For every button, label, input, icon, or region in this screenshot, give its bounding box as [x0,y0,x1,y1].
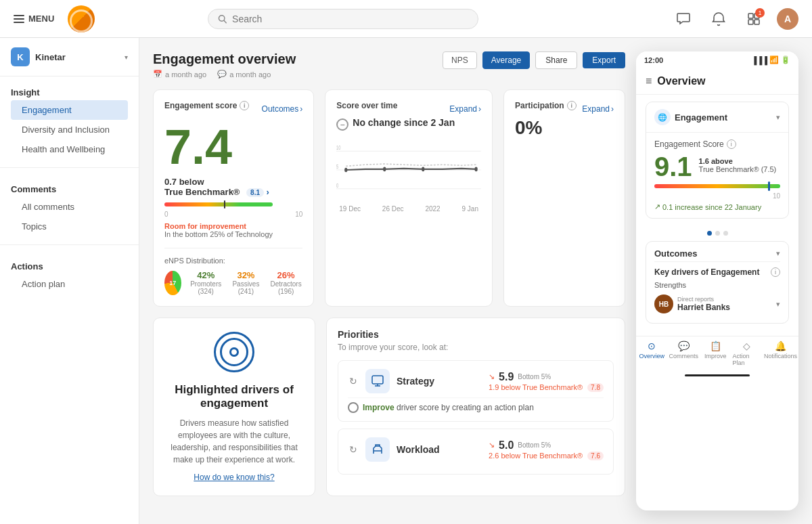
search-bar[interactable] [208,9,478,29]
signal-icon: ▐▐▐ [752,56,767,64]
benchmark-badge: 8.1 [246,188,264,197]
share-button[interactable]: Share [535,51,577,69]
workload-benchmark: 2.6 below True Benchmark® 7.6 [489,452,604,460]
sidebar-item-health[interactable]: Health and Wellbeing [11,139,128,159]
sidebar-section-comments: Comments All comments Topics [0,173,139,239]
export-button[interactable]: Export [583,52,625,68]
mobile-above-text: 1.6 above [699,157,777,165]
mobile-outcomes-header[interactable]: Outcomes ▾ [654,248,780,259]
score-over-time-card: Score over time Expand › – No change sin… [325,89,493,307]
drivers-link[interactable]: How do we know this? [194,473,274,482]
mobile-menu-icon[interactable]: ≡ [646,75,652,87]
top-navigation: MENU 1 A [0,0,812,38]
strategy-benchmark: 1.9 below True Benchmark® 7.8 [489,383,604,392]
sidebar-item-action-plan[interactable]: Action plan [11,274,128,294]
outcomes-link[interactable]: Outcomes › [262,104,303,114]
apps-button[interactable]: 1 [742,7,766,31]
engagement-score-info-icon[interactable]: i [240,101,249,110]
chat-button[interactable] [671,7,696,31]
strategy-action: Improve driver score by creating an acti… [348,397,604,413]
sidebar-item-topics[interactable]: Topics [11,217,128,236]
nps-toggle-button[interactable]: NPS [443,51,477,69]
minus-badge: – [336,118,348,131]
driver-name: Harriet Banks [677,303,730,312]
mobile-nav-overview[interactable]: ⊙ Overview [636,336,667,372]
comment-icon: 💬 a month ago [217,70,271,79]
sidebar-item-all-comments[interactable]: All comments [11,197,128,217]
mobile-driver-row: HB Direct reports Harriet Banks ▾ [654,292,780,316]
mobile-key-drivers-info[interactable]: i [771,267,780,277]
svg-point-14 [422,167,424,172]
action-circle-icon [348,402,359,413]
driver-avatar: HB [654,294,673,313]
enps-title: eNPS Distribution: [164,257,302,265]
svg-point-15 [475,167,478,172]
sidebar-item-engagement[interactable]: Engagement [11,100,128,120]
drivers-title: Highlighted drivers of engagement [167,383,301,410]
sidebar-item-diversity[interactable]: Diversity and Inclusion [11,120,128,139]
section-title-actions: Actions [11,261,128,271]
workload-trend-icon: ↘ [489,441,495,450]
score-time-expand[interactable]: Expand › [449,104,481,114]
workload-bench-badge: 7.6 [587,452,604,460]
score-line-chart: 10 5 0 [336,136,481,204]
improve-nav-icon: 📋 [710,341,721,351]
priority-item-strategy: ↻ Strategy ↘ [338,360,614,422]
engagement-score-card: Engagement score i Outcomes › 7.4 0.7 be… [153,89,314,307]
workload-score: 5.0 [499,439,514,452]
mobile-bar-marker [768,181,770,191]
mobile-outcomes-section: Outcomes ▾ Key drivers of Engagement i S… [646,241,789,324]
search-input[interactable] [232,14,468,24]
participation-title: Participation i [515,101,577,110]
drivers-section: Highlighted drivers of engagement Driver… [153,318,625,496]
drivers-left-panel: Highlighted drivers of engagement Driver… [153,318,315,496]
page-header: Engagement overview 📅 a month ago 💬 a mo… [153,51,625,79]
app-logo [68,5,95,32]
driver-info: Direct reports Harriet Banks [677,296,730,312]
nav-icons: 1 A [671,7,798,31]
priority-refresh-icon[interactable]: ↻ [348,376,359,387]
mobile-nav-improve[interactable]: 📋 Improve [700,336,731,372]
mobile-nav-action-plan[interactable]: ◇ Action Plan [731,336,762,372]
participation-expand[interactable]: Expand › [582,104,614,114]
priority-item-workload: ↻ Workload ↘ [338,429,614,475]
mobile-score-info-icon[interactable]: i [727,139,736,149]
org-selector[interactable]: K Kinetar ▾ [0,38,139,77]
calendar-icon: 📅 a month ago [153,70,206,79]
workload-bottom-pct: Bottom 5% [518,441,551,449]
org-avatar: K [11,47,30,66]
workload-refresh-icon[interactable]: ↻ [348,444,359,455]
mobile-key-drivers-label: Key drivers of Engagement [654,267,759,277]
mobile-nav-notifications[interactable]: 🔔 Notifications [763,336,798,372]
menu-label: MENU [28,14,54,24]
notifications-nav-icon: 🔔 [775,341,786,351]
enps-stats: 17 42% Promoters (324) 32% Passives (241… [164,270,302,295]
chart-x-labels: 19 Dec 26 Dec 2022 9 Jan [336,205,481,213]
bell-icon [712,12,725,26]
workload-name: Workload [397,444,482,455]
strategy-score: 5.9 [499,371,514,383]
user-avatar[interactable]: A [777,8,798,30]
mobile-body: 🌐 Engagement ▾ Engagement Score i 9.1 1.… [636,95,798,336]
participation-info-icon[interactable]: i [567,101,577,110]
mobile-engagement-section: 🌐 Engagement ▾ Engagement Score i 9.1 1.… [646,102,789,219]
driver-chevron[interactable]: ▾ [776,300,780,309]
mobile-nav-comments[interactable]: 💬 Comments [667,336,700,372]
strategy-icon [365,369,390,393]
enps-passives: 32% Passives (241) [231,270,261,295]
benchmark-link-icon[interactable]: › [267,187,269,197]
enps-promoters: 42% Promoters (324) [189,270,223,295]
mobile-benchmark-label: True Benchmark® (7.5) [699,165,777,173]
no-change-indicator: – No change since 2 Jan [336,117,481,131]
strategy-trend-icon: ↘ [489,372,495,381]
mobile-engagement-header[interactable]: 🌐 Engagement ▾ [646,102,788,132]
menu-button[interactable]: MENU [14,14,54,24]
enps-circle: 17 [164,271,181,295]
notifications-button[interactable] [706,7,731,31]
average-toggle-button[interactable]: Average [482,51,530,69]
score-bar-marker [224,200,225,209]
svg-text:10: 10 [336,144,340,152]
score-bar [164,202,273,206]
sidebar-section-insight: Insight Engagement Diversity and Inclusi… [0,77,139,162]
page-meta: 📅 a month ago 💬 a month ago [153,70,296,79]
